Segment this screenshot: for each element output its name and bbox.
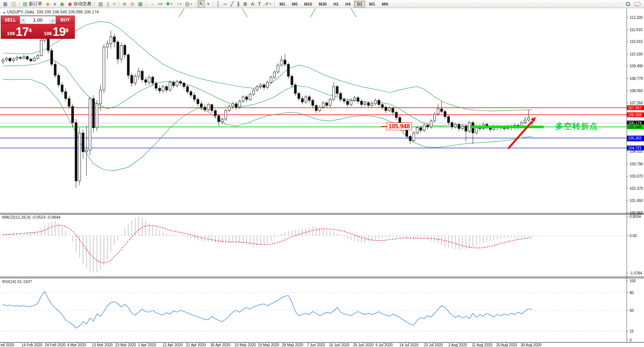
candle-body[interactable] — [367, 103, 370, 105]
candle-body[interactable] — [96, 104, 98, 128]
candle-body[interactable] — [437, 109, 439, 114]
candle-body[interactable] — [318, 107, 321, 111]
candle-body[interactable] — [392, 108, 394, 112]
chart-shift-icon[interactable]: ↦ — [157, 0, 164, 7]
candle-body[interactable] — [308, 97, 310, 100]
crosshair-icon[interactable]: + — [206, 0, 211, 7]
chart-canvas[interactable]: 112.330111.610110.910110.190109.490108.7… — [0, 0, 644, 347]
candle-body[interactable] — [179, 81, 181, 83]
collapse-arrow-icon[interactable]: ▲ — [3, 11, 6, 14]
volume-decrease-button[interactable]: ▼ — [20, 16, 26, 24]
candle-body[interactable] — [176, 81, 178, 86]
timeframe-mn[interactable]: MN — [379, 1, 391, 7]
candle-body[interactable] — [280, 60, 283, 65]
candle-body[interactable] — [270, 77, 272, 82]
candle-body[interactable] — [524, 120, 526, 122]
candle-body[interactable] — [256, 87, 258, 90]
buy-button[interactable]: BUY — [56, 16, 74, 24]
timeframe-h4[interactable]: H4 — [342, 1, 353, 7]
candle-body[interactable] — [106, 44, 109, 47]
candle-body[interactable] — [406, 129, 408, 137]
timeframe-m15[interactable]: M15 — [301, 1, 315, 7]
volume-increase-button[interactable]: ▲ — [49, 16, 56, 24]
candle-body[interactable] — [315, 105, 317, 111]
candle-body[interactable] — [329, 100, 331, 105]
candle-body[interactable] — [231, 104, 234, 106]
candle-body[interactable] — [235, 104, 237, 107]
candle-body[interactable] — [148, 77, 150, 82]
candle-body[interactable] — [298, 94, 300, 99]
candle-body[interactable] — [200, 104, 203, 107]
candle-body[interactable] — [5, 58, 7, 60]
candle-body[interactable] — [409, 137, 411, 141]
candle-body[interactable] — [427, 125, 429, 127]
new-chart-icon[interactable]: ▦ — [1, 0, 9, 7]
candle-body[interactable] — [333, 87, 335, 100]
dropdown-caret-icon[interactable]: ▾ — [171, 3, 173, 6]
candle-body[interactable] — [454, 124, 457, 127]
candle-body[interactable] — [385, 107, 387, 111]
zoom-in-icon[interactable]: ⊕ — [121, 0, 128, 7]
candle-body[interactable] — [89, 98, 91, 150]
timeframe-m5[interactable]: M5 — [289, 1, 300, 7]
community-icon[interactable]: ● — [52, 0, 58, 7]
candle-body[interactable] — [159, 88, 161, 91]
candle-body[interactable] — [79, 133, 81, 181]
candle-body[interactable] — [238, 101, 241, 107]
metaeditor-icon[interactable]: ◆ — [44, 0, 51, 7]
candle-body[interactable] — [246, 97, 248, 100]
candle-body[interactable] — [162, 87, 164, 91]
candle-body[interactable] — [186, 87, 188, 92]
candlestick-chart-icon[interactable]: ▯ — [105, 0, 111, 7]
candle-body[interactable] — [214, 111, 216, 116]
templates-icon[interactable]: ▧▾ — [184, 0, 194, 7]
candle-body[interactable] — [82, 133, 84, 152]
candle-body[interactable] — [444, 111, 446, 117]
candle-body[interactable] — [360, 101, 363, 104]
candle-body[interactable] — [357, 98, 359, 101]
autotrading-icon[interactable]: ◉自动交易 — [66, 0, 93, 7]
auto-scroll-icon[interactable]: → — [148, 0, 156, 7]
candle-body[interactable] — [416, 128, 418, 133]
horizontal-line-icon[interactable]: ─ — [222, 0, 228, 7]
candle-body[interactable] — [120, 46, 123, 59]
candle-body[interactable] — [197, 100, 199, 104]
candle-body[interactable] — [249, 94, 251, 100]
arrows-icon[interactable]: ⇗▾ — [263, 0, 272, 7]
candle-body[interactable] — [37, 55, 39, 58]
candle-body[interactable] — [287, 64, 290, 76]
candle-body[interactable] — [350, 100, 352, 105]
candle-body[interactable] — [458, 124, 460, 129]
text-icon[interactable]: A — [250, 0, 256, 7]
candle-body[interactable] — [64, 92, 67, 99]
candle-body[interactable] — [253, 90, 255, 94]
timeframe-h1[interactable]: H1 — [330, 1, 341, 7]
candle-body[interactable] — [423, 125, 425, 130]
candle-body[interactable] — [54, 64, 56, 75]
tile-windows-icon[interactable]: ▦ — [137, 0, 144, 7]
candle-body[interactable] — [207, 105, 210, 110]
candle-body[interactable] — [312, 100, 314, 105]
cursor-icon[interactable]: ↖ — [198, 0, 205, 7]
trend-annotation-text[interactable]: 多空转折点 — [555, 121, 598, 131]
candle-body[interactable] — [169, 82, 171, 90]
signals-icon[interactable]: ◉ — [59, 0, 66, 7]
candle-body[interactable] — [260, 85, 262, 87]
candle-body[interactable] — [378, 100, 380, 105]
candle-body[interactable] — [447, 117, 450, 122]
candle-body[interactable] — [71, 106, 74, 122]
candle-body[interactable] — [61, 85, 63, 92]
candle-body[interactable] — [134, 76, 136, 83]
candle-body[interactable] — [353, 98, 356, 100]
candle-body[interactable] — [131, 75, 133, 83]
candle-body[interactable] — [166, 87, 168, 90]
candle-body[interactable] — [434, 114, 436, 121]
candle-body[interactable] — [266, 82, 268, 87]
volume-input[interactable] — [26, 16, 49, 24]
candle-body[interactable] — [204, 107, 206, 110]
timeframe-w1[interactable]: W1 — [366, 1, 378, 7]
candle-body[interactable] — [57, 75, 60, 85]
candle-body[interactable] — [9, 58, 11, 61]
candle-body[interactable] — [340, 94, 342, 100]
candle-body[interactable] — [26, 57, 29, 59]
